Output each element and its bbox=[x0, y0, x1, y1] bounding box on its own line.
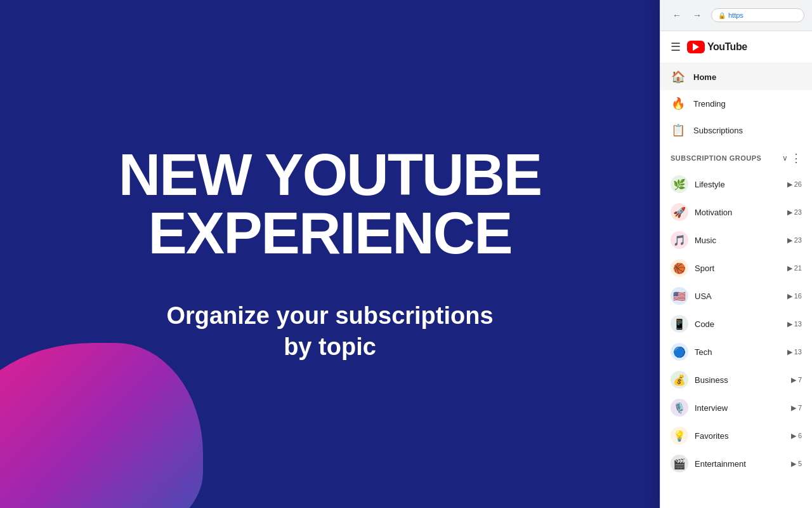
video-icon-business: ▶ bbox=[791, 376, 796, 384]
nav-trending[interactable]: 🔥 Trending bbox=[660, 90, 812, 117]
count-num-music: 23 bbox=[794, 236, 802, 244]
count-num-usa: 16 bbox=[794, 292, 802, 300]
chevron-icon[interactable]: ∨ bbox=[782, 154, 788, 163]
group-label-tech: Tech bbox=[695, 347, 781, 357]
group-emoji-motivation: 🚀 bbox=[671, 203, 688, 221]
subscriptions-icon: 📋 bbox=[671, 123, 686, 137]
youtube-logo-text: YouTube bbox=[707, 41, 747, 53]
video-icon-entertainment: ▶ bbox=[791, 460, 796, 468]
group-emoji-tech: 🔵 bbox=[671, 343, 688, 361]
group-count-music: ▶ 23 bbox=[787, 236, 802, 244]
nav-subscriptions[interactable]: 📋 Subscriptions bbox=[660, 117, 812, 144]
group-emoji-lifestyle: 🌿 bbox=[671, 175, 688, 193]
group-emoji-usa: 🇺🇸 bbox=[671, 287, 688, 305]
group-emoji-music: 🎵 bbox=[671, 231, 688, 249]
count-num-lifestyle: 26 bbox=[794, 180, 802, 188]
group-emoji-entertainment: 🎬 bbox=[671, 455, 688, 472]
group-label-interview: Interview bbox=[695, 403, 785, 413]
count-num-favorites: 6 bbox=[798, 432, 802, 439]
trending-icon: 🔥 bbox=[671, 97, 686, 110]
group-count-lifestyle: ▶ 26 bbox=[787, 180, 802, 189]
group-label-motivation: Motivation bbox=[695, 208, 781, 217]
group-count-entertainment: ▶ 5 bbox=[791, 460, 802, 468]
groups-list: 🌿 Lifestyle ▶ 26 🚀 Motivation ▶ 23 🎵 Mus… bbox=[660, 170, 812, 478]
video-icon-lifestyle: ▶ bbox=[787, 180, 792, 189]
group-count-favorites: ▶ 6 bbox=[791, 432, 802, 440]
youtube-logo[interactable]: YouTube bbox=[687, 41, 747, 53]
group-label-entertainment: Entertainment bbox=[695, 459, 785, 469]
nav-subscriptions-label: Subscriptions bbox=[693, 126, 743, 135]
group-label-favorites: Favorites bbox=[695, 431, 785, 441]
count-num-interview: 7 bbox=[798, 404, 802, 411]
count-num-code: 13 bbox=[794, 320, 802, 328]
group-item-business[interactable]: 💰 Business ▶ 7 bbox=[660, 366, 812, 394]
forward-button[interactable]: → bbox=[688, 6, 706, 24]
group-item-entertainment[interactable]: 🎬 Entertainment ▶ 5 bbox=[660, 450, 812, 478]
group-emoji-sport: 🏀 bbox=[671, 259, 688, 277]
group-label-business: Business bbox=[695, 375, 785, 385]
group-label-sport: Sport bbox=[695, 264, 781, 273]
youtube-header: ☰ YouTube bbox=[660, 31, 812, 64]
group-label-code: Code bbox=[695, 319, 781, 329]
group-count-tech: ▶ 13 bbox=[787, 348, 802, 356]
group-item-motivation[interactable]: 🚀 Motivation ▶ 23 bbox=[660, 198, 812, 226]
video-icon-usa: ▶ bbox=[787, 292, 792, 300]
group-label-lifestyle: Lifestyle bbox=[695, 180, 781, 189]
group-count-sport: ▶ 21 bbox=[787, 264, 802, 272]
group-emoji-code: 📱 bbox=[671, 315, 688, 333]
browser-nav: ← → bbox=[668, 6, 706, 24]
group-count-code: ▶ 13 bbox=[787, 320, 802, 328]
browser-panel: ← → 🔒 https ☰ YouTube 🏠 Home 🔥 Trending bbox=[660, 0, 812, 508]
group-emoji-favorites: 💡 bbox=[671, 427, 688, 444]
group-item-lifestyle[interactable]: 🌿 Lifestyle ▶ 26 bbox=[660, 170, 812, 198]
group-count-motivation: ▶ 23 bbox=[787, 208, 802, 217]
nav-home-label: Home bbox=[693, 72, 716, 82]
nav-trending-label: Trending bbox=[693, 99, 726, 109]
hero-section: NEW YOUTUBE EXPERIENCE Organize your sub… bbox=[0, 0, 660, 508]
hero-title: NEW YOUTUBE EXPERIENCE bbox=[119, 145, 541, 262]
address-bar[interactable]: 🔒 https bbox=[711, 8, 804, 22]
group-item-music[interactable]: 🎵 Music ▶ 23 bbox=[660, 226, 812, 254]
video-icon-code: ▶ bbox=[787, 320, 792, 328]
video-icon-interview: ▶ bbox=[791, 404, 796, 412]
youtube-sidebar: ☰ YouTube 🏠 Home 🔥 Trending 📋 Subscripti… bbox=[660, 31, 812, 508]
group-count-business: ▶ 7 bbox=[791, 376, 802, 384]
hamburger-icon[interactable]: ☰ bbox=[671, 40, 681, 54]
hero-blob bbox=[0, 343, 203, 508]
group-item-usa[interactable]: 🇺🇸 USA ▶ 16 bbox=[660, 282, 812, 310]
back-button[interactable]: ← bbox=[668, 6, 686, 24]
group-item-sport[interactable]: 🏀 Sport ▶ 21 bbox=[660, 254, 812, 282]
group-label-usa: USA bbox=[695, 291, 781, 301]
group-item-tech[interactable]: 🔵 Tech ▶ 13 bbox=[660, 338, 812, 366]
address-text: https bbox=[728, 11, 743, 19]
group-emoji-interview: 🎙️ bbox=[671, 399, 688, 417]
group-item-favorites[interactable]: 💡 Favorites ▶ 6 bbox=[660, 422, 812, 450]
hero-subtitle: Organize your subscriptions by topic bbox=[166, 300, 493, 363]
count-num-business: 7 bbox=[798, 376, 802, 384]
section-controls: ∨ ⋮ bbox=[782, 151, 802, 165]
count-num-tech: 13 bbox=[794, 348, 802, 356]
video-icon-tech: ▶ bbox=[787, 348, 792, 356]
group-count-usa: ▶ 16 bbox=[787, 292, 802, 300]
count-num-entertainment: 5 bbox=[798, 460, 802, 467]
group-label-music: Music bbox=[695, 236, 781, 245]
count-num-sport: 21 bbox=[794, 264, 802, 272]
count-num-motivation: 23 bbox=[794, 208, 802, 216]
group-item-code[interactable]: 📱 Code ▶ 13 bbox=[660, 310, 812, 338]
group-emoji-business: 💰 bbox=[671, 371, 688, 389]
browser-chrome: ← → 🔒 https bbox=[660, 0, 812, 31]
video-icon-favorites: ▶ bbox=[791, 432, 796, 440]
video-icon-motivation: ▶ bbox=[787, 208, 792, 217]
home-icon: 🏠 bbox=[671, 70, 686, 84]
group-item-interview[interactable]: 🎙️ Interview ▶ 7 bbox=[660, 394, 812, 422]
lock-icon: 🔒 bbox=[718, 12, 726, 19]
nav-home[interactable]: 🏠 Home bbox=[660, 64, 812, 90]
video-icon-sport: ▶ bbox=[787, 264, 792, 272]
more-options-icon[interactable]: ⋮ bbox=[790, 151, 802, 165]
video-icon-music: ▶ bbox=[787, 236, 792, 244]
subscription-groups-title: SUBSCRIPTION GROUPS bbox=[671, 154, 761, 162]
youtube-logo-icon bbox=[687, 41, 705, 53]
group-count-interview: ▶ 7 bbox=[791, 404, 802, 412]
subscription-groups-header: SUBSCRIPTION GROUPS ∨ ⋮ bbox=[660, 144, 812, 170]
